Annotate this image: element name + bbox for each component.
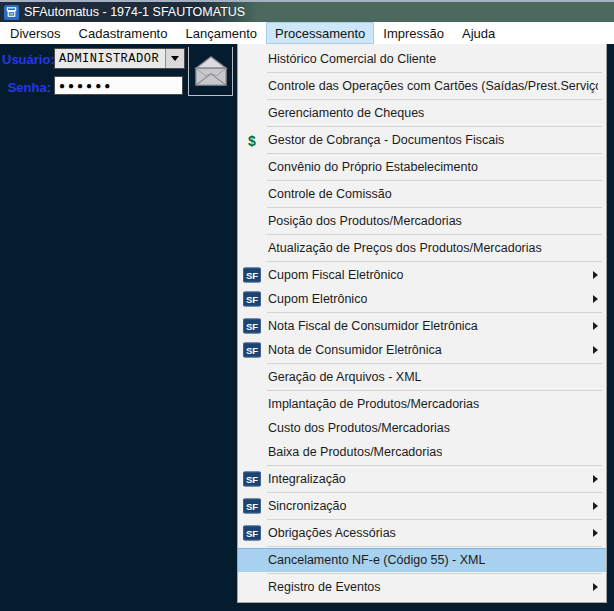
menu-item-implantacao-de-produtos-mercadorias[interactable]: Implantação de Produtos/Mercadorias — [238, 392, 606, 416]
sf-badge-icon: SF — [243, 472, 261, 487]
menu-item-baixa-de-produtos-mercadorias[interactable]: Baixa de Produtos/Mercadorias — [238, 440, 606, 464]
menu-item-label: Nota de Consumidor Eletrônica — [268, 343, 442, 357]
menu-item-posicao-dos-produtos-mercadorias[interactable]: Posição dos Produtos/Mercadorias — [238, 209, 606, 233]
user-combobox[interactable]: ADMINISTRADOR — [54, 48, 185, 69]
menu-item-label: Convênio do Próprio Estabelecimento — [268, 160, 478, 174]
sf-badge-icon: SF — [243, 292, 261, 307]
menu-item-convenio-do-proprio-estabelecimento[interactable]: Convênio do Próprio Estabelecimento — [238, 155, 606, 179]
window-title: SFAutomatus - 1974-1 SFAUTOMATUS — [24, 5, 245, 19]
submenu-arrow-icon — [593, 346, 598, 354]
menu-separator — [267, 99, 602, 100]
menu-item-controle-das-operacoes-com-cartoes-saidas-prest-servicos[interactable]: Controle das Operações com Cartões (Saíd… — [238, 74, 606, 98]
menu-separator — [267, 492, 602, 493]
menu-item-label: Registro de Eventos — [268, 580, 381, 594]
menu-item-label: Obrigações Acessórias — [268, 526, 396, 540]
submenu-arrow-icon — [593, 529, 598, 537]
menu-item-gestor-de-cobranca-documentos-fiscais[interactable]: $Gestor de Cobrança - Documentos Fiscais — [238, 128, 606, 152]
menu-item-label: Geração de Arquivos - XML — [268, 370, 422, 384]
menu-item-label: Baixa de Produtos/Mercadorias — [268, 445, 442, 459]
user-combobox-value: ADMINISTRADOR — [55, 52, 165, 66]
menu-item-icon-gutter — [243, 52, 261, 67]
menu-item-icon-gutter — [243, 106, 261, 121]
menu-item-label: Cancelamento NF-e (Código 55) - XML — [268, 553, 485, 567]
password-masked-value: ●●●●●● — [59, 81, 113, 91]
dollar-icon: $ — [243, 133, 261, 148]
password-label: Senha: — [2, 80, 51, 95]
menu-item-cancelamento-nf-e-codigo-55-xml[interactable]: Cancelamento NF-e (Código 55) - XML — [238, 548, 606, 572]
user-label: Usuário: — [2, 52, 51, 67]
menu-item-cupom-eletronico[interactable]: SFCupom Eletrônico — [238, 287, 606, 311]
menu-item-custo-dos-produtos-mercadorias[interactable]: Custo dos Produtos/Mercadorias — [238, 416, 606, 440]
menu-separator — [267, 234, 602, 235]
chevron-down-icon — [171, 56, 179, 61]
app-window: SFAutomatus - 1974-1 SFAUTOMATUS Diverso… — [0, 0, 614, 611]
menubar-item-ajuda[interactable]: Ajuda — [453, 22, 504, 44]
menu-item-label: Atualização de Preços dos Produtos/Merca… — [268, 241, 542, 255]
menu-separator — [267, 126, 602, 127]
titlebar: SFAutomatus - 1974-1 SFAUTOMATUS — [0, 0, 614, 22]
menu-item-obrigacoes-acessorias[interactable]: SFObrigações Acessórias — [238, 521, 606, 545]
menu-item-icon-gutter — [243, 553, 261, 568]
submenu-arrow-icon — [593, 271, 598, 279]
menubar-item-cadastramento[interactable]: Cadastramento — [70, 22, 177, 44]
menu-item-label: Implantação de Produtos/Mercadorias — [268, 397, 479, 411]
password-input[interactable]: ●●●●●● — [54, 76, 183, 95]
menu-item-icon-gutter — [243, 397, 261, 412]
submenu-arrow-icon — [593, 475, 598, 483]
menu-item-controle-de-comissao[interactable]: Controle de Comissão — [238, 182, 606, 206]
sf-badge-icon: SF — [243, 268, 261, 283]
menu-separator — [267, 546, 602, 547]
menubar-item-processamento[interactable]: Processamento — [266, 22, 374, 44]
menu-item-label: Controle de Comissão — [268, 187, 392, 201]
submenu-arrow-icon — [593, 295, 598, 303]
menu-item-label: Cupom Fiscal Eletrônico — [268, 268, 403, 282]
menu-item-label: Cupom Eletrônico — [268, 292, 367, 306]
menu-separator — [267, 153, 602, 154]
menu-item-icon-gutter — [243, 160, 261, 175]
menu-separator — [267, 519, 602, 520]
menu-item-label: Sincronização — [268, 499, 347, 513]
menu-item-icon-gutter — [243, 370, 261, 385]
menubar-item-diversos[interactable]: Diversos — [1, 22, 70, 44]
menu-item-label: Histórico Comercial do Cliente — [268, 52, 436, 66]
sf-badge-icon: SF — [243, 499, 261, 514]
menu-separator — [267, 390, 602, 391]
menu-separator — [267, 312, 602, 313]
menu-separator — [267, 261, 602, 262]
menu-item-label: Custo dos Produtos/Mercadorias — [268, 421, 450, 435]
submenu-arrow-icon — [593, 322, 598, 330]
menu-item-geracao-de-arquivos-xml[interactable]: Geração de Arquivos - XML — [238, 365, 606, 389]
menu-item-historico-comercial-do-cliente[interactable]: Histórico Comercial do Cliente — [238, 47, 606, 71]
processamento-menu: Histórico Comercial do ClienteControle d… — [237, 44, 607, 603]
menu-item-nota-de-consumidor-eletronica[interactable]: SFNota de Consumidor Eletrônica — [238, 338, 606, 362]
menu-item-label: Gerenciamento de Cheques — [268, 106, 424, 120]
menu-item-icon-gutter — [243, 445, 261, 460]
menu-item-gerenciamento-de-cheques[interactable]: Gerenciamento de Cheques — [238, 101, 606, 125]
menu-item-integralizacao[interactable]: SFIntegralização — [238, 467, 606, 491]
menu-item-nota-fiscal-de-consumidor-eletronica[interactable]: SFNota Fiscal de Consumidor Eletrônica — [238, 314, 606, 338]
menu-item-icon-gutter — [243, 187, 261, 202]
submenu-arrow-icon — [593, 502, 598, 510]
menu-separator — [267, 180, 602, 181]
sf-badge-icon: SF — [243, 343, 261, 358]
menu-item-icon-gutter — [243, 214, 261, 229]
mail-button[interactable] — [188, 47, 233, 96]
menu-item-cupom-fiscal-eletronico[interactable]: SFCupom Fiscal Eletrônico — [238, 263, 606, 287]
menu-item-label: Posição dos Produtos/Mercadorias — [268, 214, 462, 228]
menu-item-registro-de-eventos[interactable]: Registro de Eventos — [238, 575, 606, 599]
receipt-printer-icon — [4, 5, 19, 20]
menu-separator — [267, 573, 602, 574]
menu-item-atualizacao-de-precos-dos-produtos-mercadorias[interactable]: Atualização de Preços dos Produtos/Merca… — [238, 236, 606, 260]
sf-badge-icon: SF — [243, 319, 261, 334]
menubar-item-lancamento[interactable]: Lançamento — [176, 22, 266, 44]
menubar-item-impressao[interactable]: Impressão — [374, 22, 453, 44]
menu-item-icon-gutter — [243, 421, 261, 436]
menu-item-label: Controle das Operações com Cartões (Saíd… — [268, 79, 598, 93]
menu-item-label: Gestor de Cobrança - Documentos Fiscais — [268, 133, 504, 147]
combobox-dropdown-button[interactable] — [165, 49, 184, 68]
menubar: Diversos Cadastramento Lançamento Proces… — [0, 22, 614, 44]
sf-badge-icon: SF — [243, 526, 261, 541]
submenu-arrow-icon — [593, 583, 598, 591]
menu-item-sincronizacao[interactable]: SFSincronização — [238, 494, 606, 518]
envelope-icon — [192, 54, 230, 88]
